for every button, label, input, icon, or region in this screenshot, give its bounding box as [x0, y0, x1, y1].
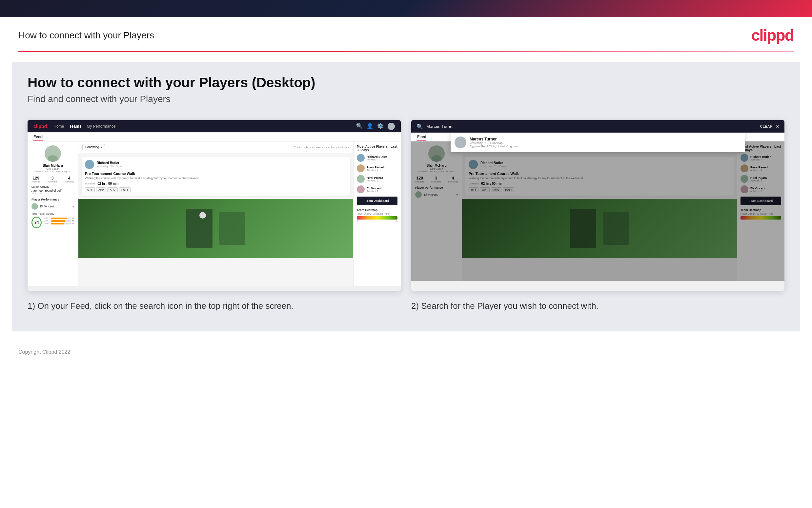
tpq-label-1: Total Player Quality [32, 212, 74, 215]
main-subheading: Find and connect with your Players [28, 94, 784, 104]
team-dashboard-btn-1[interactable]: Team Dashboard [357, 197, 397, 205]
player-item-4: Eli Vincent Activities: 1 [357, 185, 397, 193]
search-dropdown-2[interactable]: Marcus Turner Yesterday · 1-5 Handicap C… [450, 133, 745, 152]
profile-section-1: Blair McHarg Golf Coach Mill Ride Golf C… [32, 145, 74, 173]
header: How to connect with your Players clippd [0, 17, 812, 51]
activity-subtitle-1: Yesterday · The Grove [97, 165, 123, 168]
page-title: How to connect with your Players [18, 30, 154, 41]
search-bar-container-2: 🔍 Marcus Turner CLEAR × [411, 120, 784, 133]
control-link-1[interactable]: Control who can see your activity and da… [293, 146, 349, 149]
stat-followers-1: 3 Followers [48, 176, 57, 183]
pp-player-row-1: Eli Vincent ▾ [32, 203, 74, 210]
nav-home-1[interactable]: Home [53, 124, 64, 129]
stat-bars-1: OTT 79 APP 70 [44, 217, 74, 224]
search-icon-1[interactable]: 🔍 [356, 123, 363, 130]
activities-label-1: Activities [32, 180, 41, 183]
tag-arg-1: ARG [107, 187, 118, 192]
bar-arg-1: ARG 64 [44, 222, 74, 224]
latest-activity-1: Latest Activity Afternoon round of golf … [32, 185, 74, 195]
activity-title-1: Pre Tournament Course Walk [85, 172, 347, 176]
la-date-1: 27 Jul 2022 [32, 192, 74, 195]
pi-avatar-2 [357, 164, 365, 172]
la-title-1: Latest Activity [32, 185, 74, 188]
tag-putt-1: PUTT [119, 187, 131, 192]
pp-title-1: Player Performance [32, 198, 74, 201]
main-content: How to connect with your Players (Deskto… [12, 62, 800, 332]
pp-avatar-1 [32, 203, 38, 210]
golf-figure-2 [219, 212, 245, 245]
bar-ott-1: OTT 79 [44, 217, 74, 219]
center-panel-1: Following ▾ Control who can see your act… [78, 141, 353, 286]
heatmap-low-1: -5 [357, 220, 359, 222]
right-panel-1: Most Active Players - Last 30 days Richa… [353, 141, 401, 286]
feed-tab-label-2[interactable]: Feed [417, 134, 426, 141]
settings-icon-1[interactable]: ⚙️ [377, 123, 384, 130]
followers-num-1: 3 [48, 176, 57, 180]
feed-tab-label-1[interactable]: Feed [34, 134, 43, 141]
person-icon-1[interactable]: 👤 [367, 123, 373, 130]
left-panel-1: Blair McHarg Golf Coach Mill Ride Golf C… [28, 141, 78, 286]
player-perf-section-1: Player Performance Eli Vincent ▾ Total P… [32, 198, 74, 228]
chevron-icon-1: ▾ [100, 145, 102, 149]
screenshot-1: clippd Home Teams My Performance 🔍 👤 ⚙️ [28, 120, 401, 312]
followers-label-1: Followers [48, 180, 57, 183]
nav-myperformance-1[interactable]: My Performance [87, 124, 115, 129]
following-bar-1: Following ▾ Control who can see your act… [78, 141, 353, 153]
golf-ball-1 [199, 212, 206, 219]
stat-activities-1: 129 Activities [32, 176, 41, 183]
score-circle-1: 84 [32, 217, 42, 228]
app-content-container-2: Blair McHarg Golf Coach Mill Ride Golf C… [411, 141, 784, 281]
most-active-title-1: Most Active Players - Last 30 days [357, 145, 397, 152]
player-item-1: Richard Butler Activities: 7 [357, 154, 397, 162]
heatmap-labels-1: -5 +5 [357, 220, 397, 222]
pi-avatar-4 [357, 185, 365, 193]
overlay-2 [411, 141, 784, 281]
chevron-down-icon-1[interactable]: ▾ [73, 205, 74, 208]
golf-image-1 [78, 199, 353, 258]
following-label-1: Following [64, 180, 74, 183]
tpq-section-1: Total Player Quality 84 OTT 79 [32, 212, 74, 228]
search-close-btn-2[interactable]: × [776, 123, 779, 130]
th-title-1: Team Heatmap [357, 208, 397, 212]
activity-avatar-1 [85, 160, 94, 169]
header-divider [18, 51, 794, 52]
footer: Copyright Clippd 2022 [0, 341, 812, 363]
search-clear-btn-2[interactable]: CLEAR [760, 124, 773, 128]
caption-block-1: 1) On your Feed, click on the search ico… [28, 291, 401, 312]
activities-num-1: 129 [32, 176, 41, 180]
nav-right-1: 🔍 👤 ⚙️ [356, 123, 395, 130]
player-list-1: Richard Butler Activities: 7 Piers Parne… [357, 154, 397, 193]
main-heading: How to connect with your Players (Deskto… [28, 75, 784, 91]
dur-label-1: Duration [85, 182, 95, 185]
nav-links-1: Home Teams My Performance [53, 124, 115, 129]
activity-username-1: Richard Butler [97, 161, 123, 165]
stats-row-1: 129 Activities 3 Followers 4 Following [32, 176, 74, 183]
following-label-1: Following [85, 145, 99, 149]
profile-avatar-1 [45, 145, 61, 162]
stat-following-1: 4 Following [64, 176, 74, 183]
activity-user-row-1: Richard Butler Yesterday · The Grove [85, 160, 347, 169]
tags-row-1: OTT APP ARG PUTT [85, 187, 347, 192]
player-item-3: Hiral Pujara Activities: 3 [357, 175, 397, 183]
screenshot-2: 🔍 Marcus Turner CLEAR × Marcus Turner Ye… [411, 120, 784, 312]
search-result-item-2[interactable]: Marcus Turner Yesterday · 1-5 Handicap C… [455, 136, 741, 148]
screenshots-row: clippd Home Teams My Performance 🔍 👤 ⚙️ [28, 120, 784, 312]
top-bar [0, 0, 812, 17]
bar-app-1: APP 70 [44, 220, 74, 222]
search-input-mock-2[interactable]: Marcus Turner [426, 124, 757, 129]
dur-value-1: 02 hr : 00 min [97, 182, 118, 185]
following-button-1[interactable]: Following ▾ [82, 144, 105, 150]
copyright: Copyright Clippd 2022 [18, 349, 70, 355]
heatmap-high-1: +5 [395, 220, 397, 222]
search-icon-2: 🔍 [417, 123, 423, 130]
player-item-2: Piers Parnell Activities: 4 [357, 164, 397, 172]
app-logo-1: clippd [34, 124, 47, 129]
nav-teams-1[interactable]: Teams [69, 124, 81, 129]
team-heatmap-1: Team Heatmap Player Quality · 30 Round T… [357, 208, 397, 222]
app-content-1: Blair McHarg Golf Coach Mill Ride Golf C… [28, 141, 401, 286]
pi-avatar-3 [357, 175, 365, 183]
activity-card-1: Richard Butler Yesterday · The Grove Pre… [82, 157, 350, 196]
th-subtitle-1: Player Quality · 30 Round Trend [357, 213, 397, 215]
nav-avatar-1[interactable] [388, 123, 395, 130]
pi-avatar-1 [357, 154, 365, 162]
